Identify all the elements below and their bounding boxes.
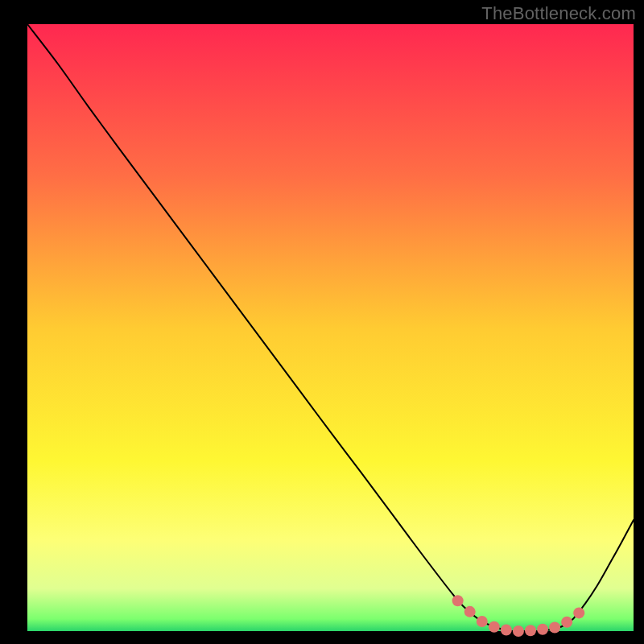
chart-marker (464, 606, 476, 617)
chart-marker (452, 595, 464, 606)
watermark-text: TheBottleneck.com (481, 3, 636, 24)
bottleneck-chart (0, 0, 644, 644)
chart-marker (549, 621, 560, 633)
chart-marker (513, 625, 524, 637)
chart-marker (525, 625, 536, 636)
chart-marker (561, 617, 572, 628)
chart-gradient-background (27, 24, 634, 631)
chart-marker (477, 616, 488, 627)
chart-marker (501, 624, 512, 635)
chart-frame: { "watermark": "TheBottleneck.com", "plo… (0, 0, 644, 644)
chart-marker (573, 607, 584, 618)
chart-marker (537, 624, 548, 635)
chart-marker (489, 621, 500, 633)
